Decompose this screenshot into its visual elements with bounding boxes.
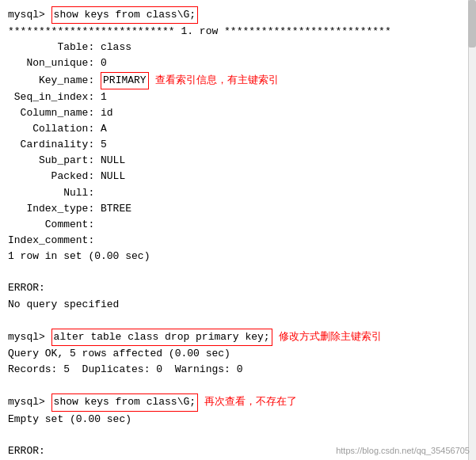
field-comment-text: Comment:: [8, 217, 101, 233]
field-nonunique: Non_unique: 0: [8, 55, 468, 71]
blank-3: [8, 378, 468, 393]
field-nonunique-text: Non_unique: 0: [8, 55, 107, 71]
field-indexcomment: Index_comment:: [8, 233, 468, 249]
error-msg-1: No query specified: [8, 297, 468, 313]
field-packed-text: Packed: NULL: [8, 169, 125, 184]
field-cardinality-text: Cardinality: 5: [8, 137, 107, 153]
command-line-2: mysql> alter table class drop primary ke…: [8, 329, 468, 346]
field-packed: Packed: NULL: [8, 169, 468, 184]
cmd-showkeys-2: show keys from class\G;: [51, 393, 198, 411]
blank-1: [8, 264, 468, 280]
field-keyname-label: Key_name:: [8, 73, 101, 89]
field-null-text: Null:: [8, 185, 101, 201]
keyname-annotation: 查看索引信息，有主键索引: [155, 73, 279, 89]
prompt-1: mysql>: [8, 7, 51, 23]
field-table: Table: class: [8, 40, 468, 55]
blank-2: [8, 313, 468, 329]
field-columnname: Column_name: id: [8, 105, 468, 121]
emptyset-text: Empty set (0.00 sec): [8, 412, 131, 428]
field-indextype: Index_type: BTREE: [8, 201, 468, 217]
field-cardinality: Cardinality: 5: [8, 137, 468, 153]
field-subpart: Sub_part: NULL: [8, 153, 468, 169]
field-columnname-text: Column_name: id: [8, 105, 113, 121]
queryok: Query OK, 5 rows affected (0.00 sec): [8, 346, 468, 362]
command-line-3: mysql> show keys from class\G;再次查看，不存在了: [8, 393, 468, 411]
field-indextype-text: Index_type: BTREE: [8, 201, 131, 217]
blank-4: [8, 428, 468, 443]
error-label-2-text: ERROR:: [8, 443, 45, 459]
stars-row: *************************** 1. row *****…: [8, 24, 468, 40]
altertable-annotation: 修改方式删除主键索引: [279, 329, 382, 345]
field-table-text: Table: class: [8, 40, 131, 55]
rowcount-1: 1 row in set (0.00 sec): [8, 249, 468, 264]
emptyset: Empty set (0.00 sec): [8, 412, 468, 428]
field-subpart-text: Sub_part: NULL: [8, 153, 125, 169]
records-text: Records: 5 Duplicates: 0 Warnings: 0: [8, 362, 242, 378]
scrollbar-thumb[interactable]: [468, 0, 476, 48]
error-msg-1-text: No query specified: [8, 297, 119, 313]
field-collation-text: Collation: A: [8, 121, 107, 137]
prompt-2: mysql>: [8, 329, 51, 345]
rowcount-1-text: 1 row in set (0.00 sec): [8, 249, 150, 264]
prompt-3: mysql>: [8, 394, 51, 410]
command-line-1: mysql> show keys from class\G;: [8, 6, 468, 24]
field-comment: Comment:: [8, 217, 468, 233]
watermark: https://blog.csdn.net/qq_35456705: [336, 446, 470, 455]
field-null: Null:: [8, 185, 468, 201]
stars-text: *************************** 1. row *****…: [8, 24, 391, 40]
field-indexcomment-text: Index_comment:: [8, 233, 101, 249]
key-name-value: PRIMARY: [101, 72, 149, 89]
field-seqinindex-text: Seq_in_index: 1: [8, 89, 107, 105]
field-collation: Collation: A: [8, 121, 468, 137]
queryok-text: Query OK, 5 rows affected (0.00 sec): [8, 346, 230, 362]
showkeys-annotation: 再次查看，不存在了: [204, 394, 297, 410]
scrollbar[interactable]: [468, 0, 476, 460]
cmd-showkeys-1: show keys from class\G;: [51, 6, 198, 24]
error-label-1-text: ERROR:: [8, 280, 45, 296]
error-label-1: ERROR:: [8, 280, 468, 296]
field-keyname: Key_name: PRIMARY查看索引信息，有主键索引: [8, 72, 468, 89]
records: Records: 5 Duplicates: 0 Warnings: 0: [8, 362, 468, 378]
terminal: mysql> show keys from class\G; *********…: [0, 0, 476, 460]
cmd-altertable: alter table class drop primary key;: [51, 329, 272, 346]
field-seqinindex: Seq_in_index: 1: [8, 89, 468, 105]
